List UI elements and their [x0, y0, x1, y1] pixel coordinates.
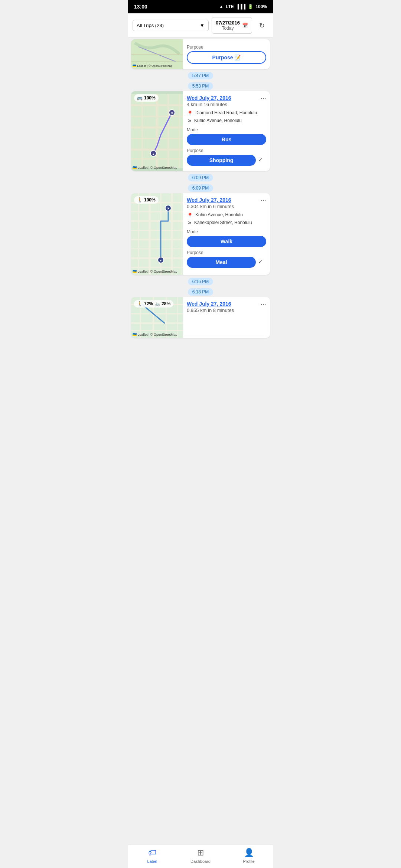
trip-card-1: ⚑ ● 🚌 100% 🇺🇦 Leaflet | © OpenStreetMap … — [131, 91, 270, 171]
refresh-button[interactable]: ↻ — [255, 19, 268, 32]
trip-card-partial-top: 🇺🇦 Leaflet | © OpenStreetMap Purpose Pur… — [131, 39, 270, 69]
trip-card-3: 🚶 72% 🚲 28% 🇺🇦 Leaflet | © OpenStreetMap… — [131, 297, 270, 338]
chevron-down-icon: ▼ — [200, 23, 205, 28]
svg-text:⚑: ⚑ — [171, 112, 173, 115]
trip-menu-2[interactable]: ⋯ — [260, 196, 267, 204]
status-time: 13:00 — [134, 4, 147, 10]
lte-label: LTE — [226, 4, 234, 9]
time-label-618: 6:18 PM — [188, 288, 213, 296]
time-bubble-609a: 6:09 PM — [128, 174, 273, 181]
bus-icon: 🚌 — [137, 95, 143, 101]
mode-pct-trip2: 100% — [144, 197, 156, 203]
time-label-553: 5:53 PM — [188, 82, 213, 90]
map-attribution-trip1: 🇺🇦 Leaflet | © OpenStreetMap — [133, 166, 177, 170]
time-label-609a: 6:09 PM — [188, 174, 213, 181]
battery-pct: 100% — [255, 4, 267, 9]
time-bubble-616: 6:16 PM — [128, 278, 273, 285]
header: All Trips (23) ▼ 07/27/2016 Today 📅 ↻ — [128, 13, 273, 38]
time-label-547: 5:47 PM — [188, 72, 213, 79]
trip-dest-2: 🏳 Kanekapolei Street, Honolulu — [187, 220, 266, 226]
trip-menu-3[interactable]: ⋯ — [260, 300, 267, 308]
purpose-button-2[interactable]: Meal — [187, 257, 256, 268]
origin-text-2: Kuhio Avenue, Honolulu — [195, 212, 243, 217]
mode-badge-trip1: 🚌 100% — [134, 94, 159, 102]
date-line1: 07/27/2016 — [216, 20, 240, 26]
time-bubble-553: 5:53 PM — [128, 82, 273, 90]
trip-card-2: ⚑ ● 🚶 100% 🇺🇦 Leaflet | © OpenStreetMap … — [131, 193, 270, 275]
mode-label-1: Mode — [187, 127, 266, 132]
wifi-icon: ▲ — [219, 4, 224, 9]
map-attribution-1: 🇺🇦 Leaflet | © OpenStreetMap — [133, 64, 172, 68]
filter-dropdown[interactable]: All Trips (23) ▼ — [133, 20, 209, 31]
dest-icon-2: 🏳 — [187, 220, 192, 226]
purpose-button-top[interactable]: Purpose 📝 — [187, 51, 266, 64]
trip-locations-2: 📍 Kuhio Avenue, Honolulu 🏳 Kanekapolei S… — [187, 212, 266, 226]
status-icons: ▲ LTE ▐▐▐ 🔋 100% — [219, 4, 267, 9]
trip-date-1[interactable]: Wed July 27, 2016 — [187, 95, 256, 101]
mode-pct-trip1: 100% — [144, 95, 156, 101]
time-bubble-609b: 6:09 PM — [128, 184, 273, 192]
mode-button-1[interactable]: Bus — [187, 134, 266, 145]
time-label-616: 6:16 PM — [188, 278, 213, 285]
origin-icon-1: 📍 — [187, 111, 193, 116]
filter-label: All Trips (23) — [137, 23, 164, 28]
trip-origin-2: 📍 Kuhio Avenue, Honolulu — [187, 212, 266, 218]
trip-duration-3: 0.955 km in 8 minutes — [187, 308, 266, 313]
date-line2: Today — [216, 26, 240, 31]
purpose-label-2: Purpose — [187, 250, 266, 255]
time-bubble-618: 6:18 PM — [128, 288, 273, 296]
check-icon-1: ✓ — [258, 156, 266, 164]
battery-icon: 🔋 — [248, 4, 253, 9]
map-attribution-trip3: 🇺🇦 Leaflet | © OpenStreetMap — [133, 333, 177, 336]
purpose-row-2: Meal ✓ — [187, 257, 266, 268]
svg-text:⚑: ⚑ — [167, 207, 170, 210]
mode-badge-trip2: 🚶 100% — [134, 196, 159, 204]
dest-text-2: Kanekapolei Street, Honolulu — [194, 220, 252, 225]
mode-pct-trip3-bike: 28% — [162, 301, 170, 306]
purpose-row-1: Shopping ✓ — [187, 155, 266, 166]
trip-info-2: ⋯ Wed July 27, 2016 0.304 km in 6 minute… — [183, 193, 270, 275]
trip-info-1: ⋯ Wed July 27, 2016 4 km in 16 minutes 📍… — [183, 91, 270, 171]
refresh-icon: ↻ — [259, 22, 265, 30]
trip-dest-1: 🏳 Kuhio Avenue, Honolulu — [187, 118, 266, 124]
status-bar: 13:00 ▲ LTE ▐▐▐ 🔋 100% — [128, 0, 273, 13]
signal-icon: ▐▐▐ — [236, 4, 246, 9]
trip-info-partial-top: Purpose Purpose 📝 — [183, 39, 270, 69]
time-label-609b: 6:09 PM — [188, 184, 213, 192]
trip-menu-1[interactable]: ⋯ — [260, 94, 267, 102]
walk-icon-trip3: 🚶 — [137, 301, 143, 306]
svg-text:●: ● — [160, 259, 162, 262]
walk-icon: 🚶 — [137, 197, 143, 203]
trip-duration-1: 4 km in 16 minutes — [187, 102, 266, 107]
purpose-label-top: Purpose — [187, 45, 266, 50]
trip-date-2[interactable]: Wed July 27, 2016 — [187, 197, 256, 203]
dest-text-1: Kuhio Avenue, Honolulu — [194, 118, 242, 123]
origin-text-1: Diamond Head Road, Honolulu — [195, 110, 257, 115]
calendar-icon: 📅 — [242, 23, 248, 28]
bike-icon-trip3: 🚲 — [154, 301, 160, 306]
trip-date-3[interactable]: Wed July 27, 2016 — [187, 301, 256, 307]
mode-badge-trip3: 🚶 72% 🚲 28% — [134, 300, 173, 308]
trip-locations-1: 📍 Diamond Head Road, Honolulu 🏳 Kuhio Av… — [187, 110, 266, 124]
date-picker[interactable]: 07/27/2016 Today 📅 — [212, 17, 252, 34]
time-bubble-547: 5:47 PM — [128, 72, 273, 79]
purpose-button-1[interactable]: Shopping — [187, 155, 256, 166]
mode-pct-trip3-walk: 72% — [144, 301, 153, 306]
purpose-label-1: Purpose — [187, 148, 266, 153]
dest-icon-1: 🏳 — [187, 118, 192, 124]
check-icon-2: ✓ — [258, 258, 266, 266]
svg-text:●: ● — [153, 152, 154, 156]
trip-origin-1: 📍 Diamond Head Road, Honolulu — [187, 110, 266, 116]
trips-list: 🇺🇦 Leaflet | © OpenStreetMap Purpose Pur… — [128, 38, 273, 365]
origin-icon-2: 📍 — [187, 213, 193, 218]
mode-label-2: Mode — [187, 229, 266, 234]
trip-duration-2: 0.304 km in 6 minutes — [187, 204, 266, 209]
map-attribution-trip2: 🇺🇦 Leaflet | © OpenStreetMap — [133, 270, 177, 273]
mode-button-2[interactable]: Walk — [187, 236, 266, 247]
trip-info-3: ⋯ Wed July 27, 2016 0.955 km in 8 minute… — [183, 297, 270, 338]
